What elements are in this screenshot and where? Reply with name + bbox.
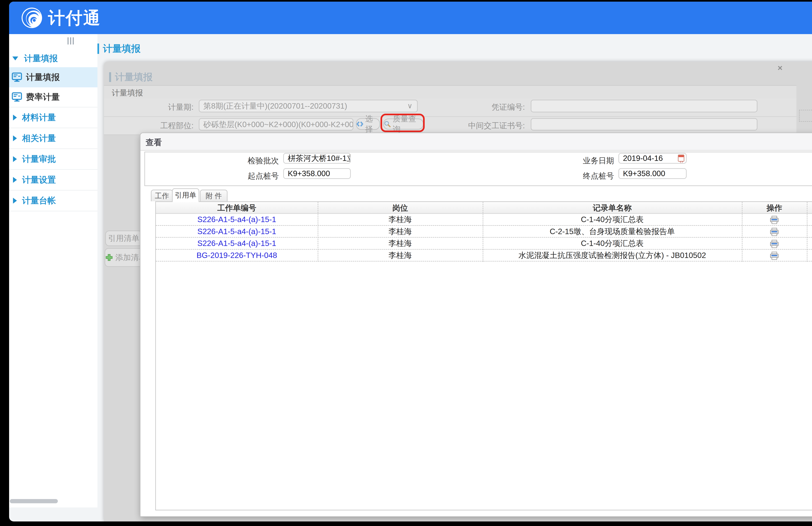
table-row: BG-2019-226-TYH-048 李桂海 水泥混凝土抗压强度试验检测报告(… (156, 250, 812, 262)
post-cell: 李桂海 (318, 226, 483, 238)
start-stake-label: 起点桩号 (217, 171, 279, 181)
post-cell: 李桂海 (318, 214, 483, 226)
chevron-right-icon (13, 156, 17, 162)
batch-label: 检验批次 (217, 156, 279, 166)
printer-icon[interactable] (770, 240, 779, 248)
voucher-label: 凭证编号: (455, 102, 525, 112)
measure-modal-titlebar: 计量填报 (104, 85, 796, 99)
print-cell (742, 214, 807, 226)
work-no-link[interactable]: S226-A1-5-a4-(a)-15-1 (197, 215, 276, 224)
page-title: 计量填报 (103, 42, 141, 55)
printer-icon[interactable] (770, 252, 779, 260)
work-no-link[interactable]: S226-A1-5-a4-(a)-15-1 (197, 227, 276, 236)
sidebar-item-jiliang-shezhi[interactable]: 计量设置 (9, 170, 98, 191)
chevron-right-icon (13, 198, 17, 204)
quote-list-button[interactable]: 引用清单 (105, 231, 142, 246)
period-label: 计量期: (134, 102, 193, 112)
chevron-right-icon (13, 177, 17, 183)
view-fields-box: 检验批次 栟茶河大桥10#-1立柱 业务日期 2019-04-16 起点桩号 K… (144, 152, 812, 186)
chevron-down-icon (12, 57, 18, 60)
divider (104, 116, 796, 117)
view-dialog: 查看 × 检验批次 栟茶河大桥10#-1立柱 业务日期 2019-04-16 起… (141, 133, 812, 516)
sidebar-item-feilv-jiliang[interactable]: 费率计量 (9, 87, 98, 107)
printer-icon[interactable] (770, 216, 779, 224)
select-part-button[interactable]: 选择 (356, 118, 380, 130)
sidebar-item-jiliang-shenpi[interactable]: 计量审批 (9, 149, 98, 170)
dimmed-page-title: 计量填报 (109, 71, 153, 84)
brand-name: 计付通 (48, 2, 101, 34)
start-stake-input[interactable]: K9+358.000 (283, 168, 351, 179)
cert-label: 中间交工证书号: (442, 120, 525, 131)
dialog-title: 查看 (146, 137, 162, 148)
title-accent-bar (109, 72, 111, 82)
end-stake-input[interactable]: K9+358.000 (619, 168, 687, 179)
sidebar-item-jiliang-taizhang[interactable]: 计量台帐 (9, 191, 98, 211)
screen: 操作 计付通 通知 管理员 (0, 0, 812, 526)
record-name-cell: C-2-15墩、台身现场质量检验报告单 (483, 226, 742, 238)
work-no-link[interactable]: S226-A1-5-a4-(a)-15-1 (197, 239, 276, 248)
view-dialog-titlebar: 查看 × (141, 133, 812, 151)
close-icon[interactable]: × (778, 63, 782, 73)
printer-icon[interactable] (770, 228, 779, 236)
date-input[interactable]: 2019-04-16 (619, 153, 687, 164)
code-arrows-icon (357, 121, 363, 127)
col-header-work-no: 工作单编号 (156, 202, 318, 214)
col-header-record-name: 记录单名称 (483, 202, 742, 214)
record-name-cell: 水泥混凝土抗压强度试验检测报告(立方体) - JB010502 (483, 250, 742, 262)
calendar-icon[interactable] (678, 155, 684, 162)
plus-icon (105, 254, 113, 261)
part-input[interactable]: 砂砾垫层(K0+000~K2+000)(K0+000-K2+000),底基层(K… (199, 118, 353, 131)
print-cell (742, 226, 807, 238)
monitor-icon (12, 92, 22, 102)
page-title-row: 计量填报 (97, 43, 141, 54)
cert-input[interactable] (531, 118, 757, 131)
brand-logo-icon (20, 6, 44, 30)
referenced-sheet-panel: 工作单编号 岗位 记录单名称 操作 S226-A1-5-a4-(a)-15-1 … (155, 201, 812, 510)
annotation-highlight-box (380, 114, 425, 132)
sidebar-item-jiliang-tianbao[interactable]: 计量填报 (9, 67, 98, 87)
print-cell (742, 250, 807, 262)
voucher-input[interactable] (531, 100, 757, 112)
sidebar: 计量填报 计量填报 费率计量 材料计量 相关计量 计量审批 计量设置 计量台帐 (9, 34, 98, 508)
tab-attachment[interactable]: 附 件 (200, 190, 228, 201)
app-window: 操作 计付通 通知 管理员 (9, 2, 812, 522)
table-header-row: 工作单编号 岗位 记录单名称 操作 (156, 202, 812, 214)
post-cell: 李桂海 (318, 250, 483, 262)
part-label: 工程部位: (134, 120, 193, 131)
monitor-icon (12, 72, 22, 82)
tab-referenced-sheet[interactable]: 引用单 (172, 188, 199, 202)
sidebar-item-jiliang-tianbao-group[interactable]: 计量填报 (9, 50, 98, 67)
col-header-ops: 操作 (742, 202, 807, 214)
top-header-bar: 计付通 通知 管理员 (9, 2, 812, 34)
chevron-down-icon: ∨ (407, 102, 412, 110)
record-name-cell: C-1-40分项汇总表 (483, 214, 742, 226)
dimmed-ops-column-header: 操作 (799, 110, 812, 122)
tab-worksheet[interactable]: 工作单 (151, 190, 173, 201)
print-cell (742, 238, 807, 250)
record-name-cell: C-1-40分项汇总表 (483, 238, 742, 250)
post-cell: 李桂海 (318, 238, 483, 250)
table-row: S226-A1-5-a4-(a)-15-1 李桂海 C-1-40分项汇总表 (156, 238, 812, 250)
batch-input[interactable]: 栟茶河大桥10#-1立柱 (283, 153, 351, 164)
work-no-link[interactable]: BG-2019-226-TYH-048 (197, 251, 277, 260)
col-header-post: 岗位 (318, 202, 483, 214)
end-stake-label: 终点桩号 (552, 171, 614, 181)
sidebar-horizontal-scrollbar[interactable] (10, 499, 58, 503)
sidebar-item-cailiao-jiliang[interactable]: 材料计量 (9, 107, 98, 128)
period-select[interactable]: 第8期(正在计量中)(20200701--20200731) ∨ (199, 100, 418, 112)
chevron-right-icon (13, 115, 17, 120)
date-label: 业务日期 (552, 156, 614, 166)
chevron-right-icon (13, 135, 17, 141)
sidebar-item-xiangguan-jiliang[interactable]: 相关计量 (9, 128, 98, 149)
sidebar-collapse-grip[interactable] (68, 37, 74, 44)
measure-modal-form: 计量期: 第8期(正在计量中)(20200701--20200731) ∨ 凭证… (104, 98, 796, 135)
table-row: S226-A1-5-a4-(a)-15-1 李桂海 C-2-15墩、台身现场质量… (156, 226, 812, 238)
table-row: S226-A1-5-a4-(a)-15-1 李桂海 C-1-40分项汇总表 (156, 214, 812, 226)
